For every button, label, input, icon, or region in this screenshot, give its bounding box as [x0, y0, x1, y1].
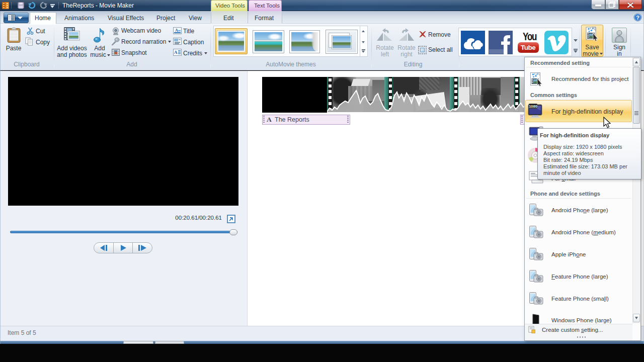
svg-text:1080: 1080	[529, 104, 537, 109]
svg-text:?: ?	[636, 15, 639, 21]
svg-text:A: A	[174, 50, 178, 55]
svg-text:A: A	[175, 28, 178, 33]
